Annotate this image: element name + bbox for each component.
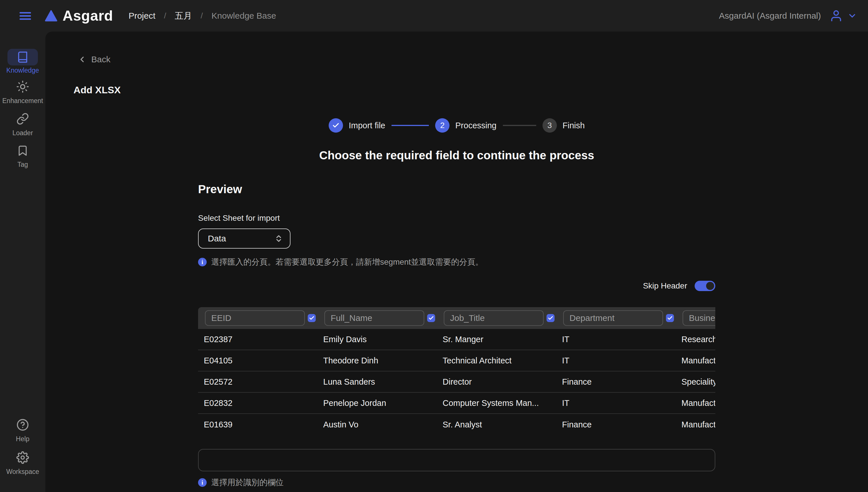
sheet-hint: i 選擇匯入的分頁。若需要選取更多分頁，請新增segment並選取需要的分頁。: [198, 256, 483, 268]
select-updown-icon: [274, 234, 283, 243]
cell-department: IT: [556, 335, 676, 344]
sheet-select[interactable]: Data: [198, 228, 291, 249]
column-name-input-eeid[interactable]: EEID: [205, 310, 305, 326]
sidebar: Knowledge Enhancement Loader Tag: [0, 31, 45, 492]
column-checkbox-job-title[interactable]: [547, 314, 554, 322]
table-row[interactable]: E02572 Luna Sanders Director Finance Spe…: [198, 371, 715, 393]
cell-full-name: Austin Vo: [318, 420, 437, 429]
step-2-label: Processing: [455, 121, 496, 130]
cell-business: Manufactu: [676, 420, 715, 429]
step-import-file: Import file: [329, 118, 385, 132]
cell-full-name: Luna Sanders: [318, 377, 437, 387]
cell-business: Manufactu: [676, 398, 715, 408]
breadcrumb-separator-2: /: [201, 11, 203, 20]
column-name-input-job-title[interactable]: Job_Title: [444, 310, 544, 326]
sidebar-item-label: Tag: [17, 161, 28, 169]
stepper: Import file 2 Processing 3 Finish: [198, 118, 715, 132]
identify-hint: i 選擇用於識別的欄位: [198, 477, 283, 488]
sidebar-item-label: Knowledge: [6, 66, 39, 74]
sheet-hint-text: 選擇匯入的分頁。若需要選取更多分頁，請新增segment並選取需要的分頁。: [211, 256, 483, 268]
cell-business: Research: [676, 335, 715, 344]
gear-icon: [16, 451, 29, 464]
sidebar-item-knowledge[interactable]: Knowledge: [0, 49, 45, 74]
step-2-indicator: 2: [435, 118, 449, 132]
back-button[interactable]: Back: [77, 54, 110, 64]
identify-hint-text: 選擇用於識別的欄位: [211, 477, 283, 488]
cell-job-title: Sr. Manger: [437, 335, 556, 344]
app-root: Asgard Project / 五月 / Knowledge Base Asg…: [0, 0, 868, 492]
skip-header-row: Skip Header: [643, 281, 715, 291]
cell-eeid: E02832: [198, 398, 318, 408]
cell-eeid: E04105: [198, 356, 318, 365]
menu-icon[interactable]: [20, 12, 31, 20]
column-name-input-full-name[interactable]: Full_Name: [324, 310, 424, 326]
preview-heading: Preview: [198, 182, 242, 196]
cell-department: IT: [556, 398, 676, 408]
sidebar-item-label: Enhancement: [2, 97, 43, 105]
column-name-input-department[interactable]: Department: [563, 310, 663, 326]
breadcrumb-folder[interactable]: 五月: [175, 10, 192, 22]
sidebar-item-loader[interactable]: Loader: [0, 113, 45, 137]
main-content: Back Add XLSX Import file 2 Processing: [45, 31, 868, 492]
cell-eeid: E02387: [198, 335, 318, 344]
identifier-input[interactable]: [198, 449, 715, 471]
cell-job-title: Director: [437, 377, 556, 387]
cell-business: Manufactu: [676, 356, 715, 365]
skip-header-label: Skip Header: [643, 281, 687, 291]
cell-department: Finance: [556, 377, 676, 387]
top-header: Asgard Project / 五月 / Knowledge Base Asg…: [0, 0, 868, 31]
column-checkbox-eeid[interactable]: [308, 314, 316, 322]
cell-full-name: Emily Davis: [318, 335, 437, 344]
column-name-input-business[interactable]: Busines: [683, 310, 715, 326]
step-connector-pending: [503, 125, 536, 126]
table-row[interactable]: E01639 Austin Vo Sr. Analyst Finance Man…: [198, 414, 715, 435]
cell-eeid: E01639: [198, 420, 318, 429]
cell-department: IT: [556, 356, 676, 365]
breadcrumb-separator: /: [164, 11, 166, 20]
book-icon: [17, 51, 29, 63]
step-connector-done: [392, 125, 429, 126]
help-circle-icon: [16, 419, 29, 431]
sidebar-item-enhancement[interactable]: Enhancement: [0, 80, 45, 105]
column-checkbox-department[interactable]: [666, 314, 674, 322]
breadcrumb-current: Knowledge Base: [212, 11, 276, 21]
asgard-logo-icon: [45, 10, 57, 22]
account-name: AsgardAI (Asgard Internal): [719, 11, 821, 21]
sidebar-item-label: Workspace: [6, 468, 39, 476]
table-row[interactable]: E02387 Emily Davis Sr. Manger IT Researc…: [198, 329, 715, 350]
cell-department: Finance: [556, 420, 676, 429]
sidebar-item-tag[interactable]: Tag: [0, 145, 45, 169]
info-icon-2: i: [198, 478, 207, 487]
page-subtitle: Choose the required field to continue th…: [198, 149, 715, 162]
step-1-label: Import file: [349, 121, 385, 130]
table-row[interactable]: E02832 Penelope Jordan Computer Systems …: [198, 393, 715, 414]
step-3-indicator: 3: [543, 118, 557, 132]
page-title: Add XLSX: [73, 84, 121, 96]
table-header-row: EEID Full_Name Job_Title Department: [198, 307, 715, 329]
sheet-select-label: Select Sheet for import: [198, 214, 280, 223]
sidebar-item-label: Loader: [13, 129, 33, 137]
sidebar-item-workspace[interactable]: Workspace: [0, 451, 45, 476]
skip-header-toggle[interactable]: [695, 281, 715, 291]
step-finish: 3 Finish: [543, 118, 585, 132]
sun-icon: [16, 80, 29, 93]
sheet-select-value: Data: [208, 233, 226, 243]
bookmark-icon: [17, 145, 29, 157]
breadcrumb: Project / 五月 / Knowledge Base: [129, 10, 276, 22]
user-icon[interactable]: [829, 9, 843, 22]
cell-business: Speciality: [676, 377, 715, 387]
cell-job-title: Technical Architect: [437, 356, 556, 365]
sidebar-item-help[interactable]: Help: [0, 419, 45, 443]
cell-job-title: Sr. Analyst: [437, 420, 556, 429]
column-checkbox-full-name[interactable]: [427, 314, 435, 322]
back-label: Back: [91, 54, 110, 64]
step-processing: 2 Processing: [435, 118, 496, 132]
table-row[interactable]: E04105 Theodore Dinh Technical Architect…: [198, 350, 715, 371]
cell-full-name: Theodore Dinh: [318, 356, 437, 365]
account-chevron-down-icon[interactable]: [847, 11, 857, 21]
step-3-label: Finish: [563, 121, 585, 130]
cell-job-title: Computer Systems Man...: [437, 398, 556, 408]
breadcrumb-project[interactable]: Project: [129, 11, 155, 21]
info-icon: i: [198, 258, 207, 266]
cell-full-name: Penelope Jordan: [318, 398, 437, 408]
